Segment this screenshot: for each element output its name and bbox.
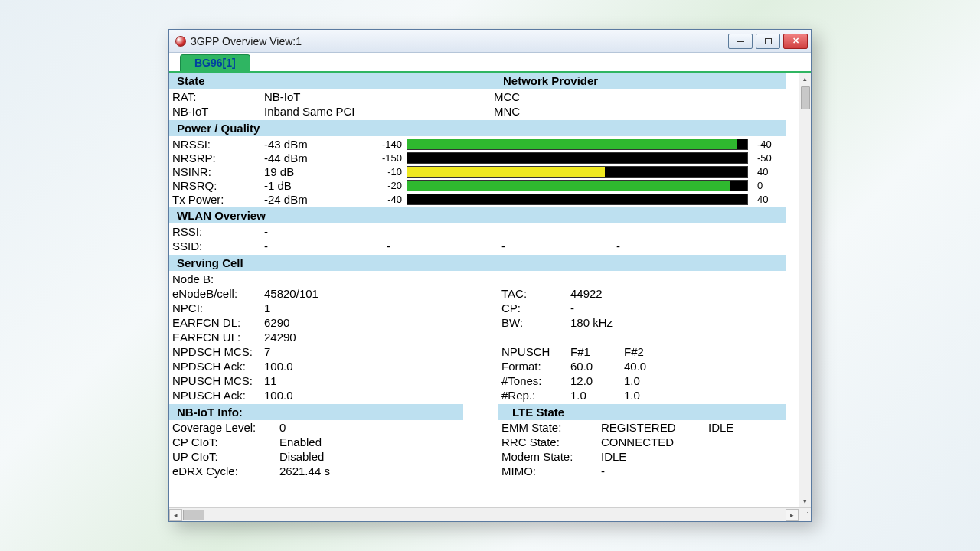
- pq-label: NRSRQ:: [172, 179, 264, 192]
- content: State Network Provider RAT: NB-IoT MCC N…: [169, 73, 811, 507]
- serving-right-top: TAC:44922CP:-BW:180 kHz: [501, 286, 783, 330]
- serving-row: NPUSCH Ack:100.0: [172, 388, 501, 403]
- pq-bar-track: [407, 152, 748, 164]
- pq-max: 0: [753, 180, 783, 191]
- serving-row: NPCI:1: [172, 301, 501, 315]
- npusch-label: #Tones:: [501, 374, 570, 387]
- maximize-icon: [765, 38, 772, 44]
- ssid-extra: -: [387, 240, 501, 253]
- section-header-power: Power / Quality: [169, 120, 786, 136]
- close-icon: ✕: [792, 36, 799, 46]
- pq-min: -150: [371, 152, 402, 164]
- serving-row: eNodeB/cell:45820/101: [172, 286, 501, 301]
- serving-label: eNodeB/cell:: [172, 287, 264, 300]
- pq-bar-fill: [407, 167, 605, 177]
- nbiot-value: Enabled: [279, 435, 371, 450]
- pq-bar-track: [407, 139, 748, 150]
- serving-cell-header: Serving Cell: [177, 256, 779, 269]
- state-label: RAT:: [172, 90, 264, 103]
- serving-left-col: Node B:eNodeB/cell:45820/101NPCI:1EARFCN…: [172, 272, 501, 403]
- state-row: RAT: NB-IoT MCC: [172, 90, 783, 104]
- pq-max: 40: [753, 166, 783, 178]
- ssid-label: SSID:: [172, 240, 264, 253]
- pq-label: Tx Power:: [172, 193, 264, 206]
- pq-max: -40: [753, 139, 783, 150]
- window-title: 3GPP Overview View:1: [191, 35, 725, 47]
- minimize-icon: [737, 41, 744, 42]
- content-inner: State Network Provider RAT: NB-IoT MCC N…: [169, 73, 799, 507]
- nbiot-info-header: NB-IoT Info:: [169, 404, 463, 420]
- serving-row: EARFCN UL:24290: [172, 330, 501, 344]
- lte-row: Modem State:IDLE: [501, 450, 783, 465]
- minimize-button[interactable]: [728, 34, 753, 49]
- nbiot-value: Disabled: [279, 450, 371, 465]
- serving-label: TAC:: [501, 287, 570, 300]
- serving-label: NPDSCH Ack:: [172, 360, 264, 373]
- hscroll-thumb[interactable]: [183, 510, 204, 520]
- serving-value: 100.0: [264, 389, 494, 402]
- lte-extra: IDLE: [708, 421, 754, 435]
- lte-row: RRC State:CONNECTED: [501, 435, 783, 450]
- wlan-row: SSID: - - - -: [172, 239, 783, 253]
- lte-value: -: [601, 465, 708, 479]
- section-header-wlan: WLAN Overview: [169, 207, 786, 223]
- npusch-label: Format:: [501, 360, 570, 373]
- tab-strip: BG96[1]: [169, 53, 811, 73]
- rssi-value: -: [264, 225, 494, 238]
- scroll-up-icon[interactable]: ▴: [800, 73, 811, 85]
- npusch-row: #Rep.:1.01.0: [501, 388, 783, 403]
- nbiot-label: CP CIoT:: [172, 435, 279, 450]
- serving-label: EARFCN DL:: [172, 316, 264, 329]
- serving-label: NPCI:: [172, 302, 264, 315]
- pq-label: NRSSI:: [172, 138, 264, 151]
- nbiot-row: Coverage Level:0: [172, 421, 495, 435]
- npusch-row: Format:60.040.0: [501, 359, 783, 373]
- content-wrap: State Network Provider RAT: NB-IoT MCC N…: [169, 73, 811, 521]
- lte-row: MIMO:-: [501, 465, 783, 479]
- maximize-button[interactable]: [756, 34, 780, 49]
- pq-label: NSINR:: [172, 165, 264, 178]
- serving-row: EARFCN DL:6290: [172, 315, 501, 330]
- serving-cell-body: Node B:eNodeB/cell:45820/101NPCI:1EARFCN…: [169, 271, 786, 404]
- serving-value: 45820/101: [264, 287, 494, 300]
- npusch-label: NPUSCH: [501, 345, 570, 358]
- npusch-header-row: NPUSCH F#1 F#2: [501, 344, 783, 359]
- close-button[interactable]: ✕: [783, 34, 808, 49]
- power-quality-row: NRSRP:-44 dBm-150-50: [172, 151, 783, 165]
- pq-bar-fill: [407, 139, 737, 149]
- scroll-down-icon[interactable]: ▾: [800, 495, 811, 507]
- pq-max: -50: [753, 152, 783, 164]
- resize-grip-icon[interactable]: ⋰: [799, 509, 811, 521]
- power-quality-header: Power / Quality: [177, 122, 779, 135]
- lte-extra: [708, 435, 754, 450]
- pq-value: -43 dBm: [264, 138, 371, 151]
- lte-label: RRC State:: [501, 435, 601, 450]
- serving-row: Node B:: [172, 272, 501, 286]
- scroll-right-icon[interactable]: ▸: [786, 509, 799, 521]
- pq-bar-fill: [407, 153, 744, 163]
- lte-row: EMM State:REGISTEREDIDLE: [501, 421, 783, 435]
- lte-value: REGISTERED: [601, 421, 708, 435]
- pq-min: -10: [371, 166, 402, 178]
- power-quality-row: Tx Power:-24 dBm-4040: [172, 192, 783, 206]
- npusch-f2: 1.0: [624, 374, 678, 387]
- state-row: NB-IoT Inband Same PCI MNC: [172, 104, 783, 119]
- serving-value: 11: [264, 374, 494, 387]
- rssi-label: RSSI:: [172, 225, 264, 238]
- horizontal-scrollbar[interactable]: ◂ ▸ ⋰: [169, 507, 811, 521]
- pq-bar-track: [407, 194, 748, 205]
- wlan-header: WLAN Overview: [177, 209, 779, 222]
- state-value: Inband Same PCI: [264, 105, 494, 118]
- tab-bg96[interactable]: BG96[1]: [180, 54, 250, 71]
- lte-value: IDLE: [601, 450, 708, 465]
- serving-value: 7: [264, 345, 494, 358]
- serving-label: BW:: [501, 316, 570, 329]
- nbiot-label: UP CIoT:: [172, 450, 279, 465]
- section-header-state: State Network Provider: [169, 73, 786, 89]
- nbiot-value: 0: [279, 421, 371, 435]
- scroll-left-icon[interactable]: ◂: [169, 509, 182, 521]
- vertical-scrollbar[interactable]: ▴ ▾: [799, 73, 811, 507]
- pq-value: -1 dB: [264, 179, 371, 192]
- serving-label: NPDSCH MCS:: [172, 345, 264, 358]
- vscroll-thumb[interactable]: [801, 86, 810, 109]
